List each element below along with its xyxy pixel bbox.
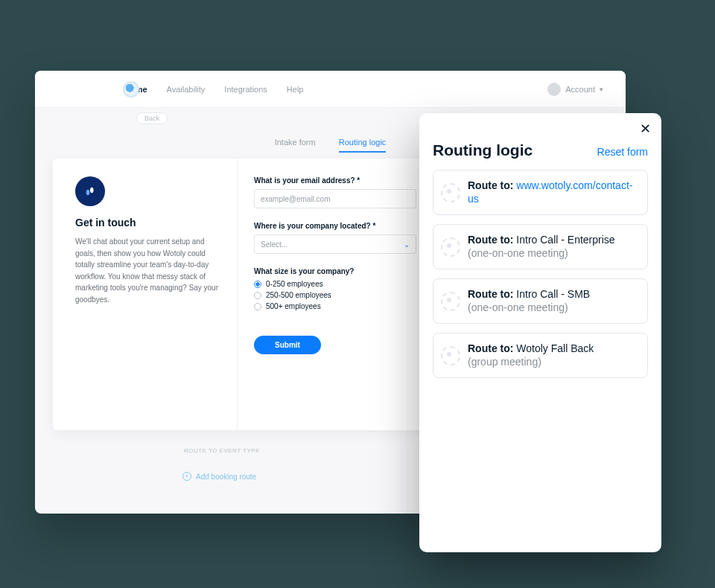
account-label: Account [565, 85, 595, 94]
back-button[interactable]: Back [136, 112, 168, 124]
account-menu[interactable]: Account ▾ [547, 83, 603, 96]
location-select[interactable]: Select... ⌄ [254, 234, 416, 254]
route-card-2[interactable]: Route to: Intro Call - SMB (one-on-one m… [433, 278, 648, 324]
avatar [547, 83, 561, 96]
route-card-0[interactable]: Route to: www.wotoly.com/contact-us [433, 170, 648, 215]
add-booking-route[interactable]: + Add booking route [182, 472, 430, 481]
size-option-0-label: 0-250 employees [266, 280, 323, 288]
size-option-0[interactable]: 0-250 employees [254, 280, 416, 288]
tab-routing-logic[interactable]: Routing logic [339, 138, 387, 153]
card-form: What is your email address? * Where is y… [238, 159, 433, 430]
card-title: Get in touch [75, 217, 222, 229]
plus-icon: + [182, 472, 191, 481]
intake-card: Get in touch We'll chat about your curre… [53, 159, 433, 430]
nav-integrations[interactable]: Integrations [224, 85, 267, 94]
size-option-2-label: 500+ employees [266, 302, 321, 310]
pill-icon [83, 185, 97, 198]
size-option-2[interactable]: 500+ employees [254, 302, 416, 310]
svg-point-0 [86, 190, 90, 196]
route-label: Route to: [468, 234, 513, 246]
close-icon[interactable]: ✕ [640, 122, 651, 135]
route-destination: Intro Call - SMB [516, 288, 590, 300]
card-body: We'll chat about your current setup and … [75, 236, 222, 305]
route-destination: Wotoly Fall Back [516, 342, 594, 354]
submit-button[interactable]: Submit [254, 336, 321, 354]
route-subtitle: (one-on-one meeting) [468, 247, 615, 261]
card-description: Get in touch We'll chat about your curre… [53, 159, 238, 430]
route-card-1[interactable]: Route to: Intro Call - Enterprise (one-o… [433, 224, 648, 269]
reset-form-link[interactable]: Reset form [597, 146, 648, 158]
route-card-3[interactable]: Route to: Wotoly Fall Back (group meetin… [433, 333, 648, 378]
spinner-icon [441, 292, 460, 311]
route-label: Route to: [468, 342, 513, 354]
email-input[interactable] [254, 189, 416, 208]
size-label: What size is your company? [254, 267, 416, 275]
chevron-down-icon: ⌄ [404, 240, 410, 249]
route-label: Route to: [468, 288, 513, 300]
nav-availability[interactable]: Availability [167, 85, 206, 94]
radio-icon [254, 281, 261, 288]
chevron-down-icon: ▾ [600, 86, 603, 93]
panel-title: Routing logic [433, 141, 533, 159]
size-option-1-label: 250-500 employees [266, 291, 331, 299]
location-placeholder: Select... [261, 240, 287, 249]
route-destination: Intro Call - Enterprise [516, 234, 614, 246]
route-subtitle: (one-on-one meeting) [468, 301, 590, 315]
route-subtitle: (group meeting) [468, 356, 594, 369]
company-logo [75, 176, 105, 206]
size-option-1[interactable]: 250-500 employees [254, 291, 416, 299]
add-route-label: Add booking route [196, 473, 256, 481]
route-label: Route to: [468, 179, 513, 191]
email-label: What is your email address? * [254, 176, 416, 185]
radio-icon [254, 303, 261, 310]
spinner-icon [441, 183, 460, 202]
tab-intake-form[interactable]: Intake form [275, 138, 316, 151]
spinner-icon [441, 237, 460, 257]
brand-logo [123, 81, 139, 98]
location-label: Where is your company located? * [254, 222, 416, 230]
radio-icon [254, 292, 261, 299]
routing-panel: ✕ Routing logic Reset form Route to: www… [419, 113, 661, 552]
svg-point-1 [90, 188, 94, 194]
nav-help[interactable]: Help [287, 85, 304, 94]
route-section-label: ROUTE TO EVENT TYPE [184, 447, 430, 454]
spinner-icon [441, 346, 460, 365]
below-card-area: ROUTE TO EVENT TYPE + Add booking route [169, 441, 430, 481]
